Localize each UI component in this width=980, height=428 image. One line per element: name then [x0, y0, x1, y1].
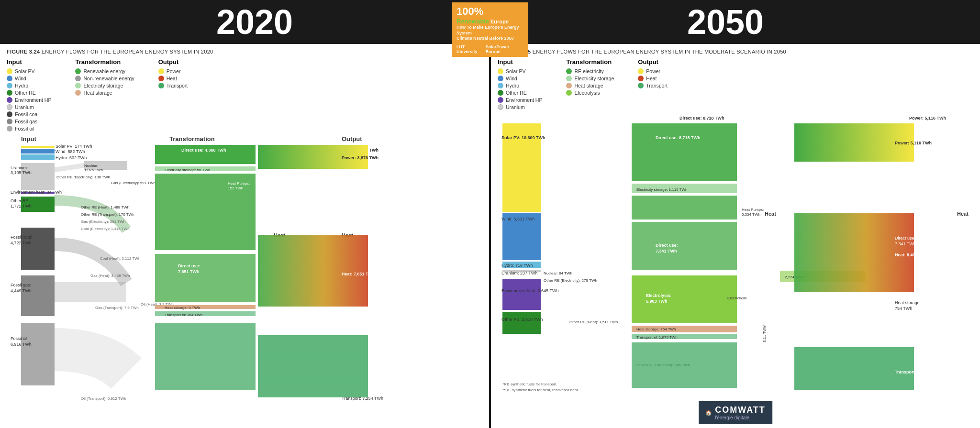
year-right: 2050	[490, 2, 961, 42]
svg-text:Input: Input	[21, 135, 36, 143]
legend-heat-storage: Heat storage	[75, 90, 134, 96]
svg-text:Fossil coal:: Fossil coal:	[11, 235, 32, 240]
svg-text:Gas (Transport): 7.9 TWh: Gas (Transport): 7.9 TWh	[95, 306, 139, 310]
svg-rect-24	[21, 228, 55, 270]
svg-text:Power: 5,116 TWh: Power: 5,116 TWh	[895, 141, 932, 145]
svg-text:Heat: 8,437 TWh: Heat: 8,437 TWh	[895, 252, 928, 257]
svg-text:Hydro: 602 TWh: Hydro: 602 TWh	[56, 155, 87, 160]
svg-text:Other RE:: Other RE:	[11, 198, 30, 203]
legend-wind-2050: Wind	[498, 76, 542, 81]
svg-text:7,651 TWh: 7,651 TWh	[178, 269, 200, 274]
svg-text:3,105 TWh: 3,105 TWh	[11, 170, 32, 175]
svg-text:3,1.. TWh*: 3,1.. TWh*	[762, 324, 767, 342]
svg-text:Heat storage: 754 TWh: Heat storage: 754 TWh	[636, 327, 676, 331]
legend-uranium-2050: Uranium	[498, 104, 542, 110]
badge-percent: 100%	[457, 5, 523, 18]
legend-output-section: Output Power Heat Transport	[158, 58, 188, 132]
legend-heat-2050: Heat	[638, 76, 668, 81]
svg-text:Solar PV: 10,600 TWh: Solar PV: 10,600 TWh	[501, 135, 546, 140]
legend-fossil-coal: Fossil coal	[7, 111, 51, 117]
legend-transport-2050: Transport	[638, 83, 668, 88]
legend-env-hp: Environment HP	[7, 97, 51, 103]
svg-text:Wind: 5,631 TWh: Wind: 5,631 TWh	[501, 217, 535, 221]
svg-text:Wind: 582 TWh: Wind: 582 TWh	[56, 149, 85, 154]
output-label-2050: Output	[638, 58, 668, 66]
svg-text:Heat: 7,651 TWh: Heat: 7,651 TWh	[342, 272, 375, 276]
svg-text:Gas (Electricity): 591 TWh: Gas (Electricity): 591 TWh	[81, 219, 125, 224]
svg-text:Heat storage:: Heat storage:	[895, 300, 921, 305]
svg-text:6,916 TWh: 6,916 TWh	[11, 342, 32, 347]
title-bar: 2020 100% Renewable Europe How To Make E…	[0, 0, 980, 44]
legend-power-2050: Power	[638, 68, 668, 74]
svg-text:Gas (Electricity): 591 TWh: Gas (Electricity): 591 TWh	[111, 181, 156, 185]
svg-rect-78	[502, 312, 541, 334]
comwatt-icon: 🏠	[705, 410, 712, 416]
input-label: Input	[7, 58, 51, 66]
svg-text:Output: Output	[342, 135, 362, 143]
svg-rect-5	[21, 149, 55, 154]
legend-hydro-2050: Hydro	[498, 83, 542, 88]
svg-text:Transport: 7,254 TWh: Transport: 7,254 TWh	[342, 396, 383, 401]
svg-rect-89	[632, 222, 737, 270]
legend-non-re: Non-renewable energy	[75, 76, 134, 81]
svg-text:Solar PV: 174 TWh: Solar PV: 174 TWh	[56, 144, 92, 149]
svg-text:Heat Pumps:: Heat Pumps:	[742, 208, 764, 212]
output-label: Output	[158, 58, 188, 66]
legend-elec-storage-2050: Electricity storage	[566, 76, 614, 81]
svg-rect-112	[794, 347, 914, 390]
svg-text:Other RE (Electricity): 279 TW: Other RE (Electricity): 279 TWh	[544, 278, 597, 283]
svg-rect-48	[155, 254, 256, 302]
svg-rect-3	[21, 146, 55, 148]
legend-transport: Transport	[158, 83, 188, 88]
input-label-2050: Input	[498, 58, 542, 66]
svg-text:Nuclear:: Nuclear:	[84, 164, 99, 168]
main-content: FIGURE 3.24 ENERGY FLOWS FOR THE EUROPEA…	[0, 44, 980, 428]
svg-text:Power: 5,116 TWh: Power: 5,116 TWh	[909, 116, 946, 121]
svg-text:4,722 TWh: 4,722 TWh	[11, 241, 32, 245]
legend-other-re-2050: Other RE	[498, 90, 542, 96]
legend-re: Renewable energy	[75, 68, 134, 74]
svg-text:Direct use: 8,718 TWh: Direct use: 8,718 TWh	[656, 135, 701, 140]
svg-text:Gas (Heat): 3,438 TWh: Gas (Heat): 3,438 TWh	[90, 274, 130, 278]
legend-fossil-oil: Fossil oil	[7, 126, 51, 132]
panel-2020-title: FIGURE 3.24 ENERGY FLOWS FOR THE EUROPEA…	[7, 49, 482, 55]
legend-solar: Solar PV	[7, 68, 51, 74]
panel-2050-title: FIGURE 3.25 ENERGY FLOWS FOR THE EUROPEA…	[498, 49, 973, 55]
panel-2020: FIGURE 3.24 ENERGY FLOWS FOR THE EUROPEA…	[0, 44, 489, 428]
svg-text:Heat storage: 0 TWh: Heat storage: 0 TWh	[165, 306, 200, 310]
comwatt-badge: 🏠 COMWATT l'énergie digitale	[699, 401, 772, 424]
svg-rect-80	[632, 123, 737, 181]
legend-elec-storage: Electricity storage	[75, 83, 134, 88]
legend-other-re: Other RE	[7, 90, 51, 96]
svg-text:Other RE (Heat):  1,488 TWh: Other RE (Heat): 1,488 TWh	[81, 205, 129, 209]
svg-text:**RE synthetic fuels for heat,: **RE synthetic fuels for heat, recovered…	[502, 388, 579, 392]
svg-text:Direct use: 4,368 TWh: Direct use: 4,368 TWh	[181, 148, 226, 153]
badge-renewable: Renewable Europe	[457, 18, 523, 25]
svg-rect-60	[258, 235, 368, 307]
svg-text:Heat: Heat	[957, 211, 969, 217]
svg-text:Direct use:: Direct use:	[178, 263, 200, 268]
svg-rect-105	[632, 342, 737, 388]
svg-text:Power: 3,876 TWh: Power: 3,876 TWh	[342, 155, 379, 160]
legend-heat: Heat	[158, 76, 188, 81]
svg-text:Coal (Electricity): 1,315 TWh: Coal (Electricity): 1,315 TWh	[81, 227, 130, 231]
legend-2050: Input Solar PV Wind Hydro Other RE	[498, 58, 973, 110]
legend-re-elec-2050: RE electricity	[566, 68, 614, 74]
transformation-label-2050: Transformation	[566, 58, 614, 66]
legend-input-2050: Input Solar PV Wind Hydro Other RE	[498, 58, 542, 110]
svg-text:Other RE: 2,610 TWh: Other RE: 2,610 TWh	[501, 317, 543, 322]
svg-text:Transport: 5,000 TWh: Transport: 5,000 TWh	[895, 370, 939, 374]
sankey-2020: Input Transformation Output Solar PV: 17…	[7, 134, 482, 418]
svg-text:7,341 TWh: 7,341 TWh	[656, 249, 677, 253]
sankey-svg-2050: Direct use: 8,718 TWh Power: 5,116 TWh S…	[498, 113, 976, 400]
svg-text:Environment heat: 3,645 TWh: Environment heat: 3,645 TWh	[501, 288, 558, 293]
svg-text:Uranium:: Uranium:	[11, 165, 28, 170]
svg-text:Transformation: Transformation	[169, 135, 215, 143]
legend-env-hp-2050: Environment HP	[498, 97, 542, 103]
svg-text:Electrolysis: Electrolysis	[727, 296, 746, 300]
svg-rect-76	[502, 279, 541, 310]
svg-rect-84	[632, 196, 737, 219]
svg-text:5,534 TWh: 5,534 TWh	[742, 212, 760, 217]
badge-subtitle1: How To Make Europe's Energy System	[457, 25, 523, 36]
legend-fossil-gas: Fossil gas	[7, 119, 51, 124]
